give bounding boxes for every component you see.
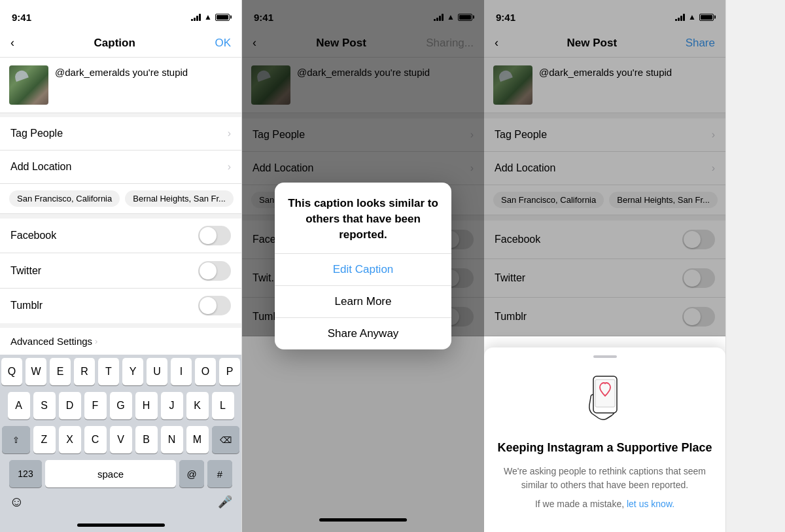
twitter-label-3: Twitter (495, 272, 525, 284)
edit-caption-button[interactable]: Edit Caption (275, 254, 451, 286)
facebook-toggle-3 (682, 230, 715, 249)
key-o[interactable]: O (195, 358, 216, 385)
keyboard-row-1: Q W E R T Y U I O P (0, 355, 241, 389)
key-i[interactable]: I (171, 358, 192, 385)
key-shift[interactable]: ⇧ (2, 426, 30, 453)
tumblr-toggle-item-3: Tumblr (484, 298, 725, 336)
facebook-label-3: Facebook (495, 234, 540, 245)
back-button-1[interactable]: ‹ (10, 36, 14, 50)
facebook-toggle-item-3: Facebook (484, 221, 725, 258)
tumblr-toggle-1[interactable] (198, 296, 231, 315)
signal-icon-3 (675, 13, 685, 21)
tumblr-label-1: Tumblr (10, 300, 43, 311)
phone-heart-icon (579, 371, 631, 430)
key-delete[interactable]: ⌫ (212, 426, 240, 453)
divider-tu-3 (484, 336, 725, 336)
tag-people-label-1: Tag People (10, 128, 63, 139)
key-h[interactable]: H (135, 392, 158, 419)
twitter-toggle-3 (682, 268, 715, 288)
chevron-location-3: › (712, 162, 715, 174)
signal-icon-1 (191, 13, 201, 21)
modal-card-2: This caption looks similar to others tha… (275, 183, 451, 349)
key-t[interactable]: T (98, 358, 119, 385)
key-space[interactable]: space (45, 460, 176, 488)
key-n[interactable]: N (161, 426, 183, 453)
post-caption-1[interactable]: @dark_emeralds you're stupid (55, 65, 232, 79)
key-g[interactable]: G (110, 392, 132, 419)
section-divider-1c (0, 323, 241, 328)
key-l[interactable]: L (212, 392, 234, 419)
twitter-toggle-1[interactable] (198, 261, 231, 281)
keyboard-row-3: ⇧ Z X C V B N M ⌫ (0, 423, 241, 457)
facebook-label-1: Facebook (10, 230, 56, 241)
status-bar-3: 9:41 ▲ (484, 0, 725, 29)
post-thumbnail-3 (493, 65, 532, 105)
mic-key-1[interactable]: 🎤 (218, 495, 232, 509)
key-z[interactable]: Z (33, 426, 56, 453)
key-r[interactable]: R (74, 358, 95, 385)
section-divider-3b (484, 215, 725, 221)
nav-title-3: New Post (567, 37, 618, 50)
key-s[interactable]: S (33, 392, 56, 419)
key-y[interactable]: Y (122, 358, 143, 385)
section-divider-3a (484, 113, 725, 118)
let-us-know-link[interactable]: let us know. (627, 499, 674, 509)
chip-sf-1[interactable]: San Francisco, California (9, 190, 120, 207)
keyboard-row-4: 123 space @ # (0, 457, 241, 491)
chevron-location-1: › (228, 161, 231, 173)
share-anyway-button[interactable]: Share Anyway (275, 318, 451, 349)
chevron-tag-1: › (228, 128, 231, 139)
keyboard-1: Q W E R T Y U I O P A S D F G H J K L ⇧ … (0, 355, 241, 532)
add-location-item-1[interactable]: Add Location › (0, 151, 241, 183)
key-b[interactable]: B (135, 426, 158, 453)
section-divider-1a (0, 113, 241, 118)
tag-people-item-3: Tag People › (484, 118, 725, 151)
key-d[interactable]: D (59, 392, 81, 419)
ok-button-1[interactable]: OK (215, 37, 231, 50)
key-k[interactable]: K (186, 392, 209, 419)
key-p[interactable]: P (219, 358, 240, 385)
key-c[interactable]: C (84, 426, 107, 453)
key-q[interactable]: Q (1, 358, 22, 385)
battery-icon-1 (215, 14, 230, 21)
tumblr-toggle-3 (682, 307, 715, 327)
tumblr-toggle-item-1: Tumblr (0, 289, 241, 323)
facebook-toggle-1[interactable] (198, 226, 231, 245)
chevron-tag-3: › (712, 129, 715, 141)
status-icons-1: ▲ (191, 12, 230, 22)
key-f[interactable]: F (84, 392, 107, 419)
modal-body-2: This caption looks similar to others tha… (275, 183, 451, 253)
key-a[interactable]: A (8, 392, 30, 419)
nav-title-1: Caption (94, 37, 135, 50)
key-v[interactable]: V (110, 426, 132, 453)
sheet-icon-area-3 (497, 371, 712, 430)
post-input-area-1: @dark_emeralds you're stupid (0, 58, 241, 113)
key-w[interactable]: W (26, 358, 46, 385)
add-location-label-3: Add Location (495, 162, 555, 174)
twitter-toggle-item-1: Twitter (0, 253, 241, 288)
section-divider-1b (0, 214, 241, 219)
key-123[interactable]: 123 (9, 460, 42, 488)
key-u[interactable]: U (147, 358, 167, 385)
back-button-3[interactable]: ‹ (495, 36, 498, 50)
key-j[interactable]: J (161, 392, 183, 419)
phone-2: 9:41 ▲ ‹ New Post Sharing... @dark (242, 0, 484, 532)
learn-more-button[interactable]: Learn More (275, 286, 451, 318)
key-hash[interactable]: # (207, 460, 232, 488)
tag-people-item-1[interactable]: Tag People › (0, 117, 241, 150)
key-x[interactable]: X (59, 426, 81, 453)
chip-sf-3: San Francisco, California (493, 192, 604, 208)
sheet-title-3: Keeping Instagram a Supportive Place (497, 440, 712, 455)
emoji-key-1[interactable]: ☺ (9, 493, 24, 510)
chip-bernal-1[interactable]: Bernal Heights, San Fr... (125, 190, 234, 207)
modal-title-2: This caption looks similar to others tha… (288, 196, 438, 253)
post-input-area-3: @dark_emeralds you're stupid (484, 58, 725, 113)
key-m[interactable]: M (186, 426, 209, 453)
home-indicator-1 (77, 523, 165, 527)
key-e[interactable]: E (50, 358, 71, 385)
key-at[interactable]: @ (179, 460, 204, 488)
share-button-3[interactable]: Share (686, 37, 715, 50)
chip-bernal-3: Bernal Heights, San Fr... (609, 192, 718, 208)
advanced-settings-1[interactable]: Advanced Settings › (0, 328, 241, 355)
facebook-toggle-item-1: Facebook (0, 219, 241, 253)
